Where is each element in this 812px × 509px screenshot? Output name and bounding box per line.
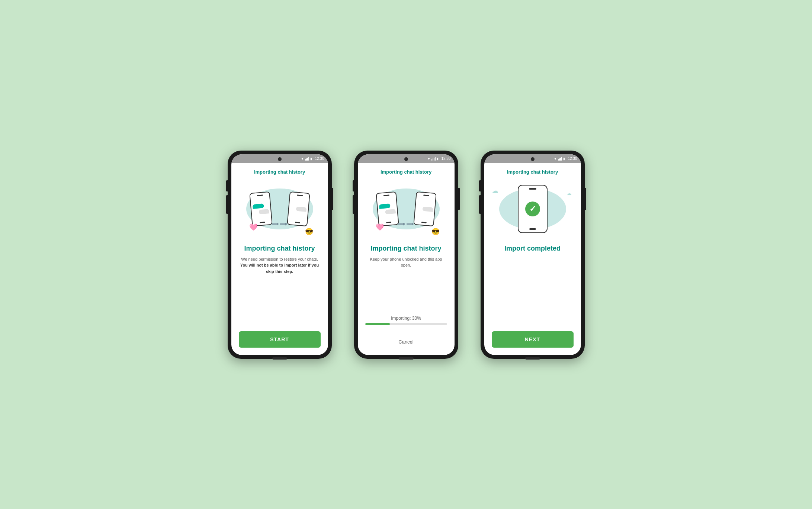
arrow-left-2 [398,223,405,226]
cancel-button[interactable]: Cancel [395,336,416,348]
home-button-2 [399,357,414,360]
checkmark-circle: ✓ [525,202,540,216]
illus-phones-1 [251,192,309,226]
screen-content-3: Importing chat history ☁ ☁ ✓ Import comp… [484,163,581,355]
phone-3-wrapper: ▼ ▮ 12:30 Importing chat history [481,151,585,359]
cloud-left-icon: ☁ [492,187,498,195]
phone-3-screen: ▼ ▮ 12:30 Importing chat history [484,154,581,355]
screen-title-2: Importing chat history [381,169,431,175]
signal-icon-1 [305,157,309,161]
main-title-2: Importing chat history [370,245,441,252]
battery-icon-3: ▮ [563,157,565,161]
screen-content-1: Importing chat history [231,163,328,355]
wifi-icon-3: ▼ [554,157,557,161]
phone-2-wrapper: ▼ ▮ 12:30 Importing chat history [354,151,458,359]
illus-phone-left-2 [376,191,399,226]
sunglasses-emoji-2: 😎 [431,228,440,236]
illus-phones-2 [377,192,435,226]
arrow-right-1 [280,223,288,226]
description-1: We need permission to restore your chats… [239,256,321,275]
wifi-icon-1: ▼ [301,157,304,161]
screen-title-3: Importing chat history [507,169,558,175]
signal-icon-2 [431,157,436,161]
chat-bubble-gray2-1 [296,206,306,212]
phone-2: ▼ ▮ 12:30 Importing chat history [354,151,458,359]
status-icons-1: ▼ ▮ 12:30 [301,157,324,161]
cloud-right-icon: ☁ [567,190,572,196]
battery-icon-2: ▮ [437,157,439,161]
time-1: 12:30 [315,157,324,161]
desc-normal-1: We need permission to restore your chats… [241,257,318,261]
illus-phone-left-1 [249,191,273,226]
wifi-icon-2: ▼ [427,157,431,161]
chat-bubble-gray-1 [259,209,269,214]
progress-bar-track [365,323,447,325]
next-button[interactable]: NEXT [492,331,574,348]
status-bar-3: ▼ ▮ 12:30 [484,154,581,163]
heart-emoji-1: 🩷 [249,223,257,231]
phone-2-screen: ▼ ▮ 12:30 Importing chat history [358,154,455,355]
chat-bubble-gray-2 [385,209,396,214]
phone-3: ▼ ▮ 12:30 Importing chat history [481,151,585,359]
sunglasses-emoji-1: 😎 [305,228,313,236]
start-button[interactable]: START [239,331,321,348]
desc-bold-1: You will not be able to import later if … [240,263,319,274]
phone-1-wrapper: ▼ ▮ 12:30 Importing chat history [228,151,332,359]
description-2: Keep your phone unlocked and this app op… [365,256,447,268]
time-2: 12:30 [441,157,450,161]
arrow-right-2 [407,223,414,226]
status-icons-3: ▼ ▮ 12:30 [554,157,577,161]
illustration-1: 🩷 😎 [239,179,321,239]
chat-bubble-green-2 [379,203,390,209]
status-bar-2: ▼ ▮ 12:30 [358,154,455,163]
phones-container: ▼ ▮ 12:30 Importing chat history [228,151,585,359]
signal-icon-3 [558,157,562,161]
heart-emoji-2: 🩷 [376,223,384,231]
illus-phone-right-1 [287,191,310,226]
chat-bubble-gray2-2 [422,206,433,212]
illus-phone-right-2 [413,191,437,226]
arrow-left-1 [272,223,279,226]
phone-1: ▼ ▮ 12:30 Importing chat history [228,151,332,359]
illustration-3: ☁ ☁ ✓ [492,179,574,239]
status-bar-1: ▼ ▮ 12:30 [231,154,328,163]
main-title-3: Import completed [504,245,561,252]
status-icons-2: ▼ ▮ 12:30 [427,157,451,161]
progress-bar-fill [365,323,390,325]
progress-container: Importing: 30% [365,316,447,325]
home-button-3 [525,357,540,360]
single-phone-illus: ✓ [518,185,548,233]
home-button-1 [272,357,287,360]
chat-bubble-green-1 [252,203,264,209]
illustration-2: 🩷 😎 [365,179,447,239]
time-3: 12:30 [568,157,577,161]
desc-normal-2: Keep your phone unlocked and this app op… [370,257,442,268]
battery-icon-1: ▮ [310,157,312,161]
phone-1-screen: ▼ ▮ 12:30 Importing chat history [231,154,328,355]
screen-content-2: Importing chat history [358,163,455,355]
progress-label: Importing: 30% [365,316,447,321]
screen-title-1: Importing chat history [254,169,305,175]
main-title-1: Importing chat history [244,245,315,252]
